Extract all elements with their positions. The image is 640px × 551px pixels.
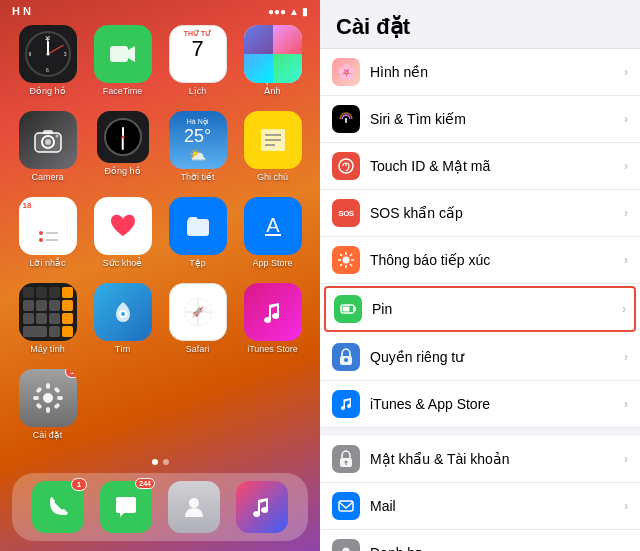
settings-item-battery[interactable]: Pin › — [324, 286, 636, 332]
dock-music[interactable] — [236, 481, 288, 533]
svg-rect-29 — [35, 386, 42, 393]
settings-item-mail[interactable]: Mail › — [320, 483, 640, 530]
svg-point-52 — [345, 461, 348, 464]
app-calculator[interactable]: Máy tính — [14, 283, 81, 361]
svg-rect-48 — [343, 307, 350, 312]
app-find[interactable]: Tìm — [89, 283, 156, 361]
settings-list: 🌸 Hình nền › Siri & Tìm kiếm › Touch ID … — [320, 49, 640, 551]
settings-item-sos[interactable]: SOS SOS khẩn cấp › — [320, 190, 640, 237]
app-itunes[interactable]: iTunes Store — [239, 283, 306, 361]
status-time: H N — [12, 6, 31, 17]
sos-icon: SOS — [332, 199, 360, 227]
mail-icon — [332, 492, 360, 520]
settings-title: Cài đặt — [320, 0, 640, 49]
settings-item-touchid[interactable]: Touch ID & Mật mã › — [320, 143, 640, 190]
settings-item-itunes[interactable]: iTunes & App Store › — [320, 381, 640, 428]
siri-icon — [332, 105, 360, 133]
siri-label: Siri & Tìm kiếm — [370, 111, 624, 127]
app-label-reminder: Lời nhắc — [29, 258, 65, 269]
svg-rect-5 — [43, 130, 53, 134]
svg-point-13 — [39, 238, 43, 242]
siri-chevron: › — [624, 112, 628, 126]
status-icons: ●●● ▲ ▮ — [268, 6, 308, 17]
svg-point-18 — [121, 312, 125, 316]
sos-label: SOS khẩn cấp — [370, 205, 624, 221]
itunes-settings-label: iTunes & App Store — [370, 396, 624, 412]
app-label-clock: Đồng hồ — [29, 86, 65, 97]
app-label-appstore: App Store — [252, 258, 292, 269]
dock-contacts[interactable] — [168, 481, 220, 533]
exposure-label: Thông báo tiếp xúc — [370, 252, 624, 268]
svg-rect-0 — [110, 46, 128, 62]
mail-label: Mail — [370, 498, 624, 514]
touchid-chevron: › — [624, 159, 628, 173]
battery-icon: ▮ — [302, 6, 308, 17]
settings-item-privacy[interactable]: Quyền riêng tư › — [320, 334, 640, 381]
dot-2 — [163, 459, 169, 465]
settings-item-exposure[interactable]: Thông báo tiếp xúc › — [320, 237, 640, 284]
app-clock2[interactable]: Đồng hồ — [89, 111, 156, 189]
app-health[interactable]: Sức khoẻ — [89, 197, 156, 275]
svg-point-50 — [344, 358, 348, 362]
app-calendar[interactable]: THỨ TƯ 7 Lịch — [164, 25, 231, 103]
svg-line-43 — [350, 264, 352, 266]
app-files[interactable]: Tệp — [164, 197, 231, 275]
svg-point-55 — [343, 548, 350, 552]
privacy-chevron: › — [624, 350, 628, 364]
passwords-chevron: › — [624, 452, 628, 466]
app-appstore[interactable]: A App Store — [239, 197, 306, 275]
svg-rect-31 — [35, 402, 42, 409]
signal-icon: ●●● — [268, 6, 286, 17]
wallpaper-label: Hình nền — [370, 64, 624, 80]
contacts-icon — [332, 539, 360, 551]
app-camera[interactable]: Camera — [14, 111, 81, 189]
passwords-label: Mật khẩu & Tài khoản — [370, 451, 624, 467]
app-label-photos: Ảnh — [264, 86, 280, 97]
settings-item-siri[interactable]: Siri & Tìm kiếm › — [320, 96, 640, 143]
privacy-icon — [332, 343, 360, 371]
mail-chevron: › — [624, 499, 628, 513]
svg-point-24 — [43, 393, 53, 403]
status-bar: H N ●●● ▲ ▮ — [0, 0, 320, 21]
app-notes[interactable]: Ghi chú — [239, 111, 306, 189]
svg-point-6 — [55, 135, 58, 138]
privacy-label: Quyền riêng tư — [370, 349, 624, 365]
svg-line-45 — [340, 264, 342, 266]
app-reminder[interactable]: 18 Lời nhắc — [14, 197, 81, 275]
app-clock-large[interactable]: 12 3 6 9 Đồng hồ — [14, 25, 81, 103]
app-label-find: Tìm — [115, 344, 131, 355]
touchid-icon — [332, 152, 360, 180]
battery-icon-settings — [334, 295, 362, 323]
itunes-settings-icon — [332, 390, 360, 418]
app-weather[interactable]: Hà Nội 25° ⛅ Thời tiết — [164, 111, 231, 189]
app-photos[interactable]: Ảnh — [239, 25, 306, 103]
svg-rect-32 — [53, 402, 60, 409]
svg-line-42 — [340, 254, 342, 256]
app-facetime[interactable]: FaceTime — [89, 25, 156, 103]
svg-rect-47 — [354, 307, 356, 311]
svg-rect-30 — [53, 386, 60, 393]
dock-messages[interactable]: 244 — [100, 481, 152, 533]
app-safari[interactable]: Safari — [164, 283, 231, 361]
settings-item-passwords[interactable]: Mật khẩu & Tài khoản › — [320, 436, 640, 483]
page-dots — [0, 455, 320, 473]
dock: 1 244 — [12, 473, 308, 541]
app-label-settings: Cài đặt — [33, 430, 63, 441]
settings-item-wallpaper[interactable]: 🌸 Hình nền › — [320, 49, 640, 96]
app-label-facetime: FaceTime — [103, 86, 143, 97]
sos-chevron: › — [624, 206, 628, 220]
app-label-notes: Ghi chú — [257, 172, 288, 183]
app-settings[interactable]: 1 Cài đặt — [14, 369, 81, 447]
dock-phone[interactable]: 1 — [32, 481, 84, 533]
svg-marker-1 — [128, 46, 135, 62]
app-label-files: Tệp — [189, 258, 206, 269]
svg-rect-27 — [33, 396, 39, 400]
contacts-label: Danh bạ — [370, 545, 624, 551]
touchid-label: Touch ID & Mật mã — [370, 158, 624, 174]
svg-rect-26 — [46, 407, 50, 413]
svg-point-37 — [343, 257, 350, 264]
exposure-icon — [332, 246, 360, 274]
settings-item-contacts[interactable]: Danh bạ › — [320, 530, 640, 551]
exposure-chevron: › — [624, 253, 628, 267]
dot-1 — [152, 459, 158, 465]
